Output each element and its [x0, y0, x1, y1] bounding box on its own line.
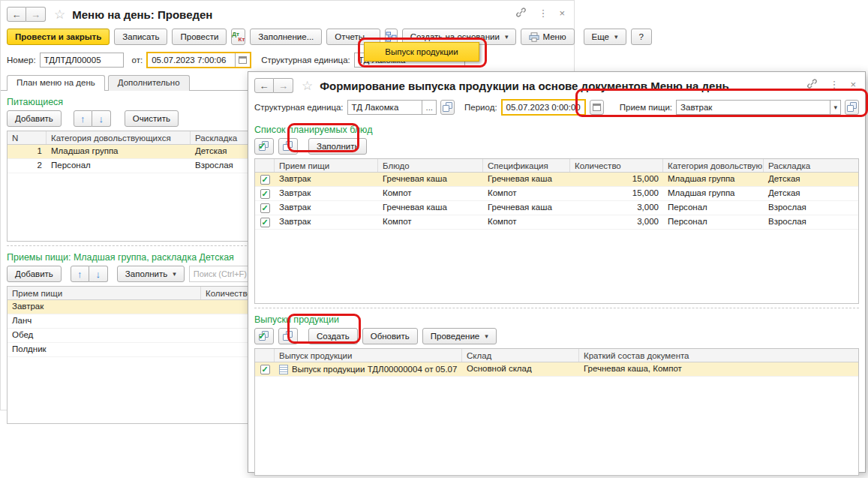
row-checkbox[interactable]: ✓ [260, 365, 270, 374]
outputs-refresh-button[interactable]: Обновить [362, 328, 418, 344]
more-dots-icon[interactable]: ⋮ [829, 80, 839, 89]
move-down-button[interactable]: ↓ [92, 110, 111, 127]
row-checkbox[interactable]: ✓ [260, 203, 270, 213]
meals-add-button[interactable]: Добавить [7, 266, 62, 282]
date-field[interactable]: 05.07.2023 7:00:06 [146, 52, 251, 68]
check-all-icon: ✓ [259, 331, 269, 341]
structural-unit-field[interactable]: ТД Лакомка ... [347, 100, 437, 115]
print-menu-button[interactable]: Меню [521, 29, 574, 45]
eaters-toolbar: Добавить ↑ ↓ Очистить [7, 110, 253, 127]
table-row[interactable]: Завтрак [8, 300, 261, 314]
close-icon[interactable]: × [559, 8, 565, 18]
column-header-dish[interactable]: Блюдо [378, 159, 483, 172]
outputs-section-title: Выпуски продукции [254, 314, 865, 325]
column-header-layout[interactable]: Раскладка [764, 159, 858, 172]
eaters-add-button[interactable]: Добавить [7, 110, 62, 127]
table-row[interactable]: 1 Младшая группа Детская [8, 145, 261, 159]
table-row[interactable]: Ланч [8, 314, 261, 329]
table-row[interactable]: ✓ Завтрак Компот Компот 15,000 Младшая г… [255, 187, 858, 201]
outputs-posting-button[interactable]: Проведение ▾ [422, 328, 497, 344]
forward-button[interactable]: → [274, 78, 293, 93]
uncheck-all-button[interactable] [278, 138, 298, 155]
close-icon[interactable]: × [850, 80, 856, 89]
favorite-star-icon[interactable]: ☆ [54, 8, 65, 21]
row-checkbox[interactable]: ✓ [260, 218, 270, 227]
column-header-meal[interactable]: Прием пищи [8, 287, 201, 299]
post-button[interactable]: Провести [172, 29, 227, 45]
row-checkbox[interactable]: ✓ [260, 175, 270, 185]
calendar-button[interactable] [235, 53, 250, 67]
column-header-meal[interactable]: Прием пищи [275, 159, 378, 172]
forward-button[interactable]: → [26, 7, 46, 22]
eaters-clear-button[interactable]: Очистить [125, 110, 179, 127]
write-button[interactable]: Записать [114, 29, 167, 45]
column-header-output-doc[interactable]: Выпуск продукции [275, 349, 462, 362]
dt-kt-icon: Дт Кт [232, 32, 245, 43]
chevron-down-icon: ▾ [173, 270, 176, 278]
window-formation-titlebar: ← → ☆ Формирование выпуска продукции на … [248, 72, 865, 96]
check-all-button[interactable]: ✓ [254, 138, 274, 155]
window-title: Формирование выпуска продукции на основе… [320, 80, 728, 92]
choose-button[interactable]: ... [422, 101, 436, 114]
move-down-button[interactable]: ↓ [89, 266, 108, 282]
chevron-down-icon: ▾ [485, 332, 488, 340]
more-button[interactable]: Еще ▾ [584, 29, 626, 45]
table-row[interactable]: ✓ Завтрак Компот Компот 3,000 Персонал В… [255, 215, 858, 230]
dt-kt-postings-button[interactable]: Дт Кт [231, 29, 245, 45]
number-label: Номер: [7, 56, 36, 65]
document-icon [279, 365, 288, 374]
chevron-down-icon: ▾ [833, 104, 837, 111]
open-meal-button[interactable] [845, 100, 859, 115]
link-icon[interactable] [806, 78, 818, 91]
eaters-table: N Категория довольствующихся Раскладка 1… [7, 131, 262, 242]
section-divider [7, 245, 247, 248]
window-formation: ← → ☆ Формирование выпуска продукции на … [248, 71, 866, 473]
favorite-star-icon[interactable]: ☆ [302, 80, 313, 92]
tab-plan-menu[interactable]: План меню на день [7, 75, 105, 91]
column-header-content[interactable]: Краткий состав документа [579, 349, 858, 362]
table-row[interactable]: Полдник [8, 343, 261, 357]
column-header-warehouse[interactable]: Склад [462, 349, 579, 362]
link-icon[interactable] [515, 7, 527, 20]
move-up-button[interactable]: ↑ [71, 266, 89, 282]
period-calendar-button[interactable] [590, 100, 604, 115]
outputs-create-button[interactable]: Создать [308, 328, 358, 344]
back-button[interactable]: ← [254, 78, 274, 93]
uncheck-all-button[interactable] [278, 328, 298, 344]
number-field[interactable]: ТДЛТДЛ00005 [40, 53, 124, 68]
column-header-spec[interactable]: Спецификация [483, 159, 570, 172]
meal-label: Прием пищи: [620, 103, 672, 112]
open-in-form-icon [443, 102, 453, 113]
period-field[interactable]: 05.07.2023 0:00:00 [501, 99, 586, 116]
forward-arrow-icon: → [31, 9, 41, 20]
move-up-button[interactable]: ↑ [74, 110, 92, 127]
row-checkbox[interactable]: ✓ [260, 189, 270, 199]
create-based-on-menu-item-vypusk[interactable]: Выпуск продукции [364, 42, 479, 62]
table-row[interactable]: Обед [8, 329, 261, 343]
post-and-close-button[interactable]: Провести и закрыть [7, 29, 110, 45]
more-dots-icon[interactable]: ⋮ [538, 8, 548, 18]
column-header-category[interactable]: Категория довольствую... [663, 159, 764, 172]
help-button[interactable]: ? [631, 29, 652, 45]
tab-additional[interactable]: Дополнительно [108, 75, 190, 91]
column-header-qty[interactable]: Количество [570, 159, 663, 172]
back-button[interactable]: ← [7, 7, 26, 22]
meal-combobox[interactable]: Завтрак ▾ [676, 100, 841, 115]
meals-fill-button[interactable]: Заполнить ▾ [117, 266, 185, 282]
fill-menu-button[interactable]: Заполнение... [250, 29, 322, 45]
table-row[interactable]: ✓ Выпуск продукции ТДЛ00000004 от 05.07.… [255, 362, 858, 377]
structural-unit-label: Структурная единица: [254, 103, 344, 112]
combo-dropdown-button[interactable]: ▾ [830, 101, 840, 114]
dishes-fill-button[interactable]: Заполнить [308, 138, 367, 155]
formation-header-fields: Структурная единица: ТД Лакомка ... Пери… [248, 96, 865, 120]
column-header-category[interactable]: Категория довольствующихся [47, 131, 191, 144]
down-arrow-icon: ↓ [96, 269, 101, 280]
dishes-table: Прием пищи Блюдо Спецификация Количество… [254, 158, 859, 304]
check-all-button[interactable]: ✓ [254, 328, 274, 344]
open-in-form-icon [847, 102, 857, 113]
open-unit-button[interactable] [440, 100, 455, 115]
table-row[interactable]: 2 Персонал Взрослая [8, 159, 261, 173]
table-row[interactable]: ✓ Завтрак Гречневая каша Гречневая каша … [255, 173, 858, 187]
table-row[interactable]: ✓ Завтрак Гречневая каша Гречневая каша … [255, 201, 858, 215]
column-header-n[interactable]: N [8, 131, 47, 144]
